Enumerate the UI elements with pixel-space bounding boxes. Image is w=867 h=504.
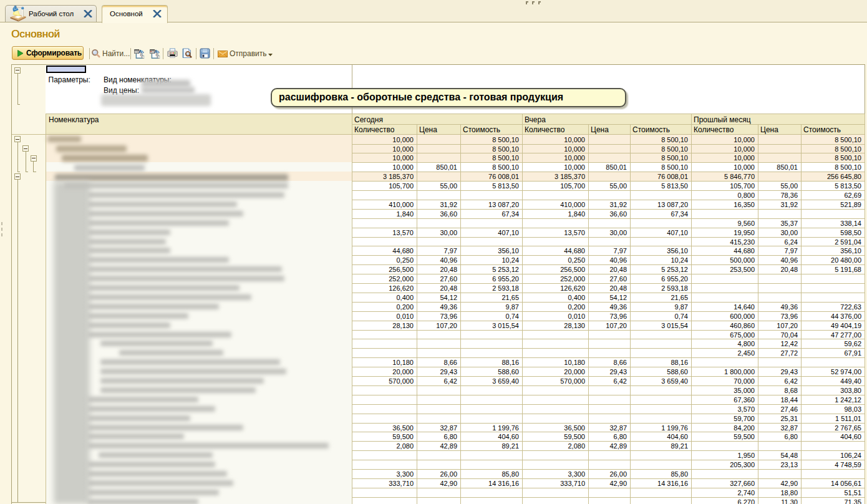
svg-text:C: C	[141, 54, 145, 59]
svg-text:C: C	[157, 54, 160, 59]
